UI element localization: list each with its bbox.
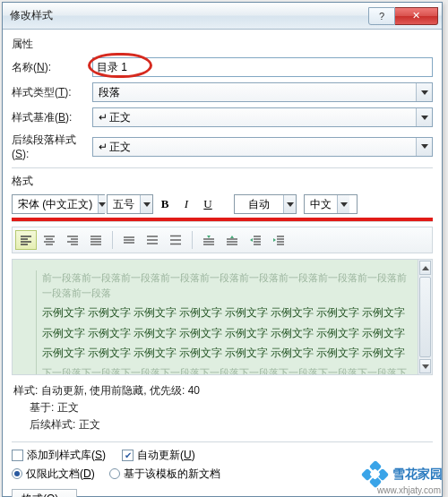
scroll-down-button[interactable] [419, 359, 431, 373]
watermark-text: 雪花家园 [392, 467, 443, 483]
this-doc-radio[interactable] [12, 468, 22, 479]
styletype-combo[interactable]: 段落 [92, 82, 433, 102]
scroll-thumb[interactable] [419, 277, 431, 357]
name-label: 名称(N): [12, 60, 92, 75]
align-justify-button[interactable] [85, 230, 107, 250]
preview-next-para: 下一段落下一段落下一段落下一段落下一段落下一段落下一段落下一段落下一段落下一段落… [42, 365, 409, 375]
modify-style-dialog: 修改样式 ? ✕ 属性 名称(N): 样式类型(T): 段落 样式基准(B): … [2, 2, 443, 497]
add-to-gallery-label: 添加到样式库(S) [27, 448, 106, 463]
basedon-value: ↵正文 [93, 108, 416, 126]
template-radio[interactable] [109, 468, 120, 479]
preview-prev-para: 前一段落前一段落前一段落前一段落前一段落前一段落前一段落前一段落前一段落前一段落… [42, 270, 409, 301]
template-label: 基于该模板的新文档 [124, 467, 220, 482]
linespacing-2-button[interactable] [165, 230, 186, 250]
preview-scrollbar[interactable] [418, 260, 432, 374]
bold-button[interactable]: B [155, 194, 175, 214]
watermark-sub: www.xhjaty.com [377, 485, 441, 495]
chevron-down-icon [416, 138, 432, 156]
align-center-button[interactable] [39, 230, 60, 250]
watermark: 雪花家园 www.xhjaty.com [364, 463, 443, 486]
auto-update-checkbox[interactable]: ✔ [122, 450, 134, 461]
chevron-down-icon [416, 108, 432, 126]
preview-sample-line: 示例文字 示例文字 示例文字 示例文字 示例文字 示例文字 示例文字 示例文字 [42, 304, 409, 321]
fontcolor-combo[interactable]: 自动 [234, 194, 297, 214]
styletype-value: 段落 [93, 83, 416, 101]
chevron-down-icon [98, 195, 106, 213]
linespacing-15-button[interactable] [142, 230, 163, 250]
following-combo[interactable]: ↵正文 [92, 137, 433, 157]
font-combo[interactable]: 宋体 (中文正文) [12, 194, 105, 214]
titlebar: 修改样式 ? ✕ [3, 3, 442, 30]
chevron-down-icon: ▾ [62, 493, 67, 497]
close-icon: ✕ [412, 10, 420, 21]
scroll-up-button[interactable] [419, 261, 431, 275]
desc-line: 样式: 自动更新, 使用前隐藏, 优先级: 40 [13, 382, 431, 399]
highlight-underline [12, 218, 433, 221]
auto-update-label: 自动更新(U) [137, 448, 195, 463]
size-combo[interactable]: 五号 [107, 194, 153, 214]
preview-sample-line: 示例文字 示例文字 示例文字 示例文字 示例文字 示例文字 示例文字 示例文字 [42, 325, 409, 342]
paragraph-toolbar [12, 227, 433, 253]
chevron-down-icon [283, 195, 296, 213]
section-properties-label: 属性 [12, 37, 433, 52]
font-toolbar: 宋体 (中文正文) 五号 B I U 自动 中文 [12, 194, 433, 214]
window-buttons: ? ✕ [368, 7, 438, 25]
this-doc-label: 仅限此文档(D) [26, 467, 95, 482]
preview-pane: 前一段落前一段落前一段落前一段落前一段落前一段落前一段落前一段落前一段落前一段落… [12, 259, 433, 375]
lang-combo[interactable]: 中文 [304, 194, 358, 214]
window-title: 修改样式 [10, 8, 368, 23]
preview-sample-line: 示例文字 示例文字 示例文字 示例文字 示例文字 示例文字 示例文字 示例文字 [42, 345, 409, 362]
indent-decrease-button[interactable] [245, 230, 266, 250]
desc-line: 后续样式: 正文 [30, 416, 431, 433]
format-menu-button[interactable]: 格式(O) ▾ [12, 489, 77, 497]
chevron-down-icon [416, 83, 432, 101]
desc-line: 基于: 正文 [30, 399, 431, 416]
italic-button[interactable]: I [177, 194, 196, 214]
chevron-up-icon [422, 266, 429, 270]
help-button[interactable]: ? [368, 7, 395, 25]
basedon-combo[interactable]: ↵正文 [92, 107, 433, 127]
styletype-label: 样式类型(T): [12, 85, 92, 100]
align-left-button[interactable] [15, 230, 37, 250]
linespacing-1-button[interactable] [118, 230, 140, 250]
name-field-wrap [92, 57, 433, 77]
section-format-label: 格式 [12, 174, 433, 189]
add-to-gallery-checkbox[interactable] [12, 450, 23, 461]
name-input[interactable] [92, 57, 433, 77]
following-value: ↵正文 [93, 138, 416, 156]
style-description: 样式: 自动更新, 使用前隐藏, 优先级: 40 基于: 正文 后续样式: 正文 [13, 382, 431, 434]
snowflake-icon [364, 463, 387, 486]
spacing-decrease-before-button[interactable] [221, 230, 243, 250]
underline-button[interactable]: U [198, 194, 218, 214]
chevron-down-icon [140, 195, 152, 213]
basedon-label: 样式基准(B): [12, 110, 92, 125]
chevron-down-icon [422, 364, 429, 369]
indent-increase-button[interactable] [268, 230, 289, 250]
following-label: 后续段落样式(S): [12, 133, 92, 160]
chevron-down-icon [337, 195, 349, 213]
close-button[interactable]: ✕ [395, 7, 438, 25]
spacing-increase-before-button[interactable] [198, 230, 220, 250]
align-right-button[interactable] [62, 230, 83, 250]
help-icon: ? [379, 11, 384, 21]
